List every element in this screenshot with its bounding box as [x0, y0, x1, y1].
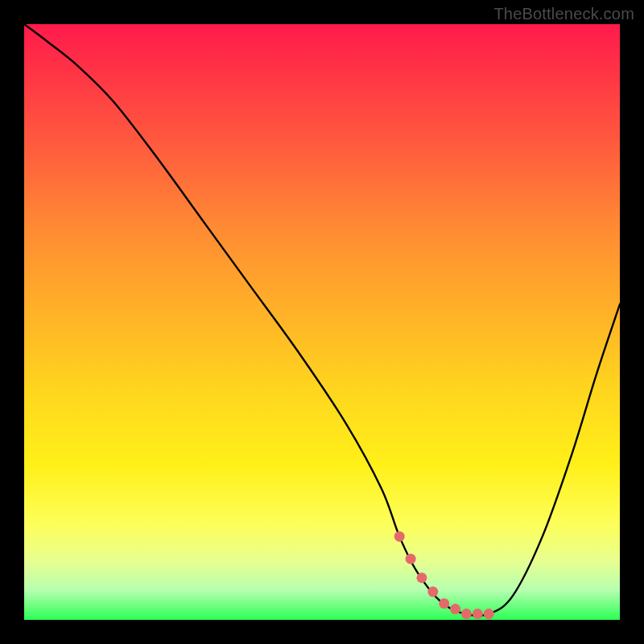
optimal-marker: [416, 572, 427, 583]
optimal-marker: [484, 609, 494, 619]
chart-frame: TheBottleneck.com: [0, 0, 644, 644]
optimal-marker: [473, 609, 483, 619]
optimal-marker: [406, 554, 416, 564]
optimal-marker: [427, 587, 438, 597]
watermark-text: TheBottleneck.com: [493, 5, 634, 23]
plot-area: [24, 24, 620, 620]
optimal-marker: [439, 598, 449, 609]
optimal-marker: [394, 531, 405, 542]
bottleneck-curve: [24, 24, 620, 620]
optimal-marker: [461, 609, 472, 619]
optimal-marker: [450, 604, 460, 614]
